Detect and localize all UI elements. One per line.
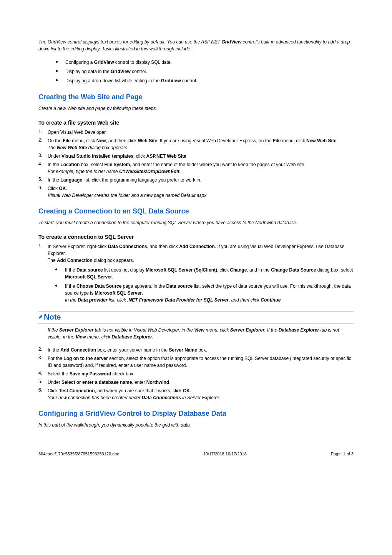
bullet-icon (55, 268, 57, 270)
note-header: ✎ Note (38, 312, 354, 322)
step-number (38, 347, 48, 352)
step-item: In the Language list, click the programm… (38, 176, 354, 184)
step-sub-desc: For example, type the folder name C:\Web… (48, 168, 354, 175)
section3-heading: Configuring a GridView Control to Displa… (38, 410, 354, 418)
step-content: Click Test Connection, and when you are … (48, 387, 354, 401)
footer-filename: 364caeef170e5535f287651593253120.doc (38, 452, 119, 456)
note-icon: ✎ (38, 314, 43, 320)
section1-subtitle: To create a file system Web site (38, 120, 354, 126)
step-number (38, 185, 48, 190)
step-number (38, 153, 48, 158)
step-content: In the Location box, select File System,… (48, 161, 354, 175)
sub-bullet-item: If the Data source list does not display… (48, 265, 354, 282)
step-item: Under Select or enter a database name, e… (38, 378, 354, 387)
sub-bullets: If the Data source list does not display… (48, 265, 354, 305)
step-number (38, 243, 48, 248)
section1-steps: Open Visual Web Developer.On the File me… (38, 128, 354, 200)
bullet-icon (56, 70, 58, 72)
step-content: For the Log on to the server section, se… (48, 355, 354, 369)
bullet-icon (55, 285, 57, 287)
step-item: For the Log on to the server section, se… (38, 354, 354, 370)
step-item: Select the Save my Password check box. (38, 370, 354, 378)
bullet-text: Displaying data in the GridView control. (65, 68, 147, 75)
note-body: If the Server Explorer tab is not visibl… (38, 327, 354, 340)
step-content: Under Select or enter a database name, e… (48, 379, 354, 386)
bullet-text: If the Data source list does not display… (65, 267, 354, 280)
step-content: In the Language list, click the programm… (48, 177, 354, 183)
note-label: Note (44, 313, 61, 322)
step-item: In the Add Connection box, enter your se… (38, 346, 354, 354)
step-item: Under Visual Studio installed templates,… (38, 152, 354, 160)
step-sub-desc: The New Web Site dialog box appears. (48, 144, 354, 151)
task-item: Configuring a GridView control to displa… (56, 58, 354, 67)
footer-date: 10/17/2018 10/17/2018 (203, 452, 247, 456)
step-content: In Server Explorer, right-click Data Con… (48, 243, 354, 305)
section3-desc: In this part of the walkthrough, you dyn… (38, 422, 354, 428)
section2-steps-a: In Server Explorer, right-click Data Con… (38, 242, 354, 305)
step-item: Click OK.Visual Web Developer creates th… (38, 184, 354, 200)
step-sub-desc: Visual Web Developer creates the folder … (48, 192, 354, 199)
step-item: Click Test Connection, and when you are … (38, 387, 354, 402)
section2-steps-b: In the Add Connection box, enter your se… (38, 346, 354, 402)
footer-page: Page: 1 of 3 (331, 452, 354, 456)
step-content: Select the Save my Password check box. (48, 370, 354, 377)
task-item: Displaying a drop-down list while editin… (56, 76, 354, 85)
note-box: ✎ Note If the Server Explorer tab is not… (38, 312, 354, 340)
step-number (38, 137, 48, 143)
sub-bullet-italic: In the Data provider list, click .NET Fr… (65, 297, 354, 303)
bullet-text: Displaying a drop-down list while editin… (65, 77, 197, 84)
note-divider (38, 323, 354, 323)
task-item: Displaying data in the GridView control. (56, 67, 354, 76)
step-content: In the Add Connection box, enter your se… (48, 347, 354, 353)
step-content: Click OK.Visual Web Developer creates th… (48, 185, 354, 199)
step-content: On the File menu, click New, and then cl… (48, 137, 354, 151)
step-item: Open Visual Web Developer. (38, 128, 354, 137)
section2-subtitle: To create a connection to SQL Server (38, 234, 354, 240)
step-line2: The Add Connection dialog box appears. (48, 257, 354, 264)
tasks-list: Configuring a GridView control to displa… (38, 58, 354, 85)
bullet-icon (56, 79, 58, 81)
page-footer: 364caeef170e5535f287651593253120.doc 10/… (38, 452, 354, 456)
step-sub-desc: Your new connection has been created und… (48, 394, 354, 401)
step-item: In Server Explorer, right-click Data Con… (38, 242, 354, 305)
step-number (38, 387, 48, 393)
section2-heading: Creating a Connection to an SQL Data Sou… (38, 207, 354, 215)
step-number (38, 355, 48, 360)
section1-desc: Create a new Web site and page by follow… (38, 105, 354, 112)
intro-paragraph: The GridView control displays text boxes… (38, 38, 354, 52)
step-number (38, 177, 48, 182)
bullet-text: Configuring a GridView control to displa… (65, 59, 172, 66)
bullet-icon (56, 61, 58, 63)
step-number (38, 161, 48, 167)
bullet-text: If the Choose Data Source page appears, … (65, 283, 354, 303)
step-item: On the File menu, click New, and then cl… (38, 137, 354, 152)
step-number (38, 370, 48, 376)
step-content: Under Visual Studio installed templates,… (48, 153, 354, 160)
section2-desc: To start, you must create a connection t… (38, 219, 354, 226)
step-item: In the Location box, select File System,… (38, 160, 354, 176)
sub-bullet-item: If the Choose Data Source page appears, … (48, 282, 354, 305)
step-content: Open Visual Web Developer. (48, 129, 354, 136)
section1-heading: Creating the Web Site and Page (38, 93, 354, 101)
step-number (38, 379, 48, 384)
step-number (38, 129, 48, 134)
